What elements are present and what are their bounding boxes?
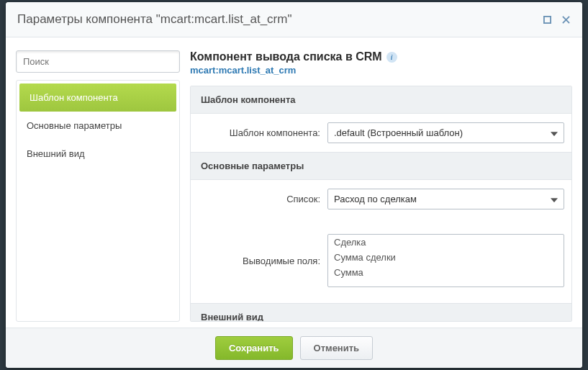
sidebar-nav: Шаблон компонента Основные параметры Вне…	[16, 80, 180, 322]
main-panel: Компонент вывода списка в CRM i mcart:mc…	[190, 50, 572, 322]
columns-listbox[interactable]: Сделка Сумма сделки Сумма	[327, 234, 564, 287]
sidebar-spacer	[17, 168, 179, 321]
sidebar: Шаблон компонента Основные параметры Вне…	[16, 50, 180, 322]
search-input[interactable]	[16, 50, 180, 73]
info-icon[interactable]: i	[386, 52, 397, 63]
cancel-button[interactable]: Отменить	[300, 336, 374, 360]
component-title: Компонент вывода списка в CRM	[190, 50, 382, 63]
list-item[interactable]: Сумма	[328, 265, 564, 280]
dialog: Параметры компонента "mcart:mcart.list_a…	[6, 2, 582, 368]
maximize-icon[interactable]	[542, 14, 552, 24]
titlebar: Параметры компонента "mcart:mcart.list_a…	[6, 2, 582, 37]
dialog-body: Шаблон компонента Основные параметры Вне…	[6, 37, 582, 328]
sidebar-item-template[interactable]: Шаблон компонента	[19, 84, 176, 112]
field-label-columns: Выводимые поля:	[198, 256, 327, 266]
field-row-list: Список: Расход по сделкам	[191, 180, 571, 218]
list-item[interactable]: Сумма сделки	[328, 250, 564, 265]
component-title-row: Компонент вывода списка в CRM i	[190, 50, 572, 63]
list-select[interactable]: Расход по сделкам	[327, 189, 564, 209]
sidebar-item-basic[interactable]: Основные параметры	[17, 112, 179, 140]
svg-rect-0	[543, 16, 550, 22]
section-head-basic: Основные параметры	[191, 152, 571, 180]
sidebar-item-appearance[interactable]: Внешний вид	[17, 140, 179, 168]
field-label-template: Шаблон компонента:	[198, 127, 327, 138]
field-row-template: Шаблон компонента: .default (Встроенный …	[191, 114, 571, 152]
form-scroll[interactable]: Шаблон компонента Шаблон компонента: .de…	[190, 86, 572, 322]
field-label-list: Список:	[198, 194, 327, 204]
section-head-template: Шаблон компонента	[191, 86, 571, 114]
footer: Сохранить Отменить	[6, 328, 582, 368]
section-head-appearance: Внешний вид	[191, 303, 571, 322]
save-button[interactable]: Сохранить	[215, 336, 293, 360]
close-icon[interactable]	[561, 14, 571, 24]
component-id: mcart:mcart.list_at_crm	[190, 65, 572, 76]
dialog-title: Параметры компонента "mcart:mcart.list_a…	[17, 12, 533, 27]
list-item[interactable]: Сделка	[328, 235, 564, 250]
template-select[interactable]: .default (Встроенный шаблон)	[327, 122, 564, 143]
field-row-columns: Выводимые поля: Сделка Сумма сделки Сумм…	[191, 218, 571, 303]
